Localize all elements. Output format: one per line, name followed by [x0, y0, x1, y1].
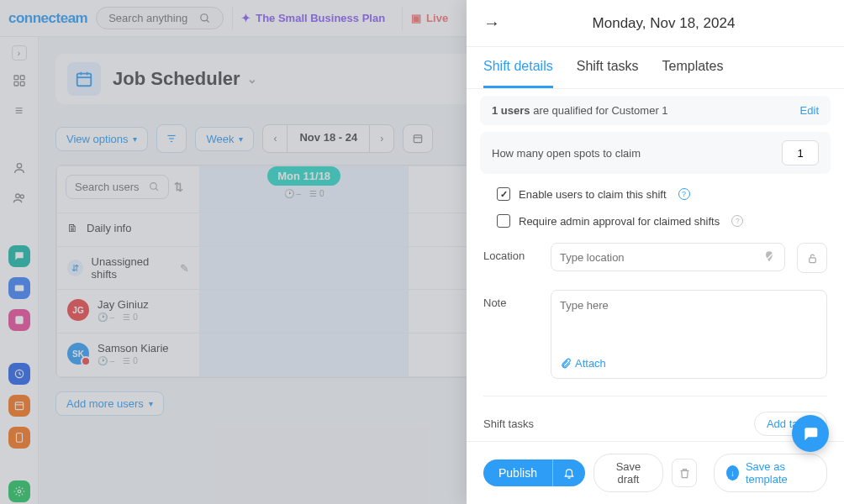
- note-textarea[interactable]: [560, 299, 818, 339]
- shift-tasks-label: Shift tasks: [483, 417, 534, 430]
- location-field[interactable]: [551, 243, 785, 271]
- attach-button[interactable]: Attach: [560, 357, 818, 370]
- help-icon[interactable]: ?: [678, 188, 690, 200]
- location-input[interactable]: [560, 251, 756, 264]
- note-label: Note: [483, 290, 539, 309]
- save-template-label: Save as template: [746, 460, 815, 486]
- modal-backdrop[interactable]: [0, 0, 467, 504]
- spots-input[interactable]: [782, 140, 819, 165]
- edit-qualified-link[interactable]: Edit: [800, 104, 819, 117]
- save-as-template-button[interactable]: ↓ Save as template: [714, 454, 827, 492]
- panel-date: Monday, Nov 18, 2024: [500, 15, 827, 32]
- chat-fab[interactable]: [792, 415, 829, 452]
- require-approval-checkbox[interactable]: [497, 214, 510, 228]
- spots-label: How many open spots to claim: [492, 147, 641, 160]
- svg-rect-28: [809, 257, 815, 262]
- pin-off-icon[interactable]: [762, 250, 776, 264]
- save-draft-button[interactable]: Save draft: [593, 454, 663, 492]
- lock-button[interactable]: [797, 243, 827, 273]
- enable-claim-checkbox[interactable]: [497, 187, 510, 201]
- require-approval-label: Require admin approval for claimed shift…: [519, 215, 720, 228]
- help-icon[interactable]: ?: [731, 215, 743, 227]
- publish-button[interactable]: Publish: [483, 459, 552, 486]
- delete-button[interactable]: [672, 459, 697, 487]
- shift-panel: → Monday, Nov 18, 2024 Shift details Shi…: [467, 0, 844, 504]
- qualified-text: 1 users are qualified for Customer 1: [492, 104, 668, 117]
- tab-shift-tasks[interactable]: Shift tasks: [577, 47, 639, 88]
- paperclip-icon: [560, 358, 572, 370]
- note-field[interactable]: Attach: [551, 290, 827, 379]
- tab-templates[interactable]: Templates: [662, 47, 724, 88]
- location-label: Location: [483, 243, 539, 262]
- attach-label: Attach: [575, 357, 606, 370]
- enable-claim-label: Enable users to claim this shift: [519, 188, 667, 201]
- download-icon: ↓: [726, 465, 739, 480]
- back-arrow-icon[interactable]: →: [483, 13, 500, 33]
- tab-shift-details[interactable]: Shift details: [483, 47, 553, 88]
- publish-notify-button[interactable]: [552, 459, 585, 486]
